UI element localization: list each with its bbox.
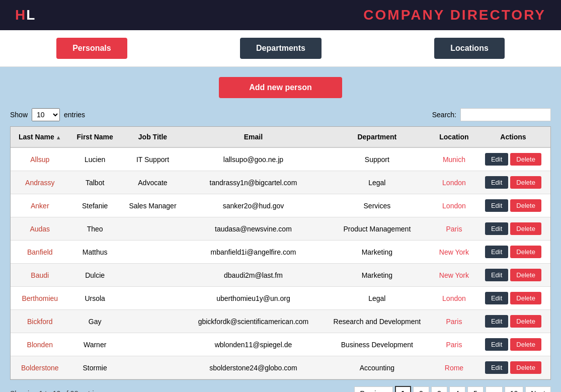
cell-email: uberthomieu1y@un.org <box>185 287 322 310</box>
entries-select[interactable]: 10 25 50 100 <box>32 108 60 121</box>
delete-button[interactable]: Delete <box>510 292 541 304</box>
cell-last-name[interactable]: Audas <box>11 217 69 241</box>
nav-locations[interactable]: Locations <box>434 38 505 59</box>
cell-job-title <box>121 333 185 356</box>
cell-last-name[interactable]: Bolderstone <box>11 356 69 379</box>
delete-button[interactable]: Delete <box>510 315 541 328</box>
delete-button[interactable]: Delete <box>510 199 541 212</box>
cell-first-name: Lucien <box>69 147 121 171</box>
col-department[interactable]: Department <box>322 127 432 147</box>
cell-location: London <box>432 171 476 194</box>
cell-actions: Edit Delete <box>476 147 550 171</box>
cell-last-name[interactable]: Anker <box>11 194 69 217</box>
cell-last-name[interactable]: Baudi <box>11 264 69 287</box>
cell-location: Munich <box>432 147 476 171</box>
previous-page-button[interactable]: Previous <box>354 386 392 392</box>
cell-actions: Edit Delete <box>476 264 550 287</box>
page-10-button[interactable]: 10 <box>505 386 524 392</box>
cell-department: Product Management <box>322 217 432 241</box>
next-page-button[interactable]: Next <box>525 386 551 392</box>
edit-button[interactable]: Edit <box>485 269 508 281</box>
nav-departments[interactable]: Departments <box>240 38 322 59</box>
col-last-name[interactable]: Last Name <box>11 127 69 147</box>
cell-email: sanker2o@hud.gov <box>185 194 322 217</box>
cell-actions: Edit Delete <box>476 171 550 194</box>
cell-job-title <box>121 310 185 333</box>
table-row: Anker Stefanie Sales Manager sanker2o@hu… <box>11 194 550 217</box>
delete-button[interactable]: Delete <box>510 222 541 235</box>
page-5-button[interactable]: 5 <box>467 386 484 392</box>
delete-button[interactable]: Delete <box>510 246 541 258</box>
cell-first-name: Stefanie <box>69 194 121 217</box>
cell-actions: Edit Delete <box>476 287 550 310</box>
search-input[interactable] <box>460 108 551 121</box>
cell-last-name[interactable]: Blonden <box>11 333 69 356</box>
table-row: Bolderstone Stormie sbolderstone24@globo… <box>11 356 550 379</box>
cell-actions: Edit Delete <box>476 356 550 379</box>
table-row: Bickford Gay gbickfordk@scientificameric… <box>11 310 550 333</box>
app-title: COMPANY DIRECTORY <box>363 7 546 23</box>
cell-last-name[interactable]: Allsup <box>11 147 69 171</box>
edit-button[interactable]: Edit <box>485 199 508 212</box>
table-row: Berthomieu Ursola uberthomieu1y@un.org L… <box>11 287 550 310</box>
cell-first-name: Talbot <box>69 171 121 194</box>
cell-department: Services <box>322 194 432 217</box>
cell-first-name: Theo <box>69 217 121 241</box>
delete-button[interactable]: Delete <box>510 269 541 281</box>
edit-button[interactable]: Edit <box>485 338 508 351</box>
cell-email: tandrassy1n@bigcartel.com <box>185 171 322 194</box>
edit-button[interactable]: Edit <box>485 222 508 235</box>
cell-last-name[interactable]: Bickford <box>11 310 69 333</box>
cell-first-name: Warner <box>69 333 121 356</box>
cell-department: Support <box>322 147 432 171</box>
col-email[interactable]: Email <box>185 127 322 147</box>
cell-last-name[interactable]: Banfield <box>11 241 69 264</box>
delete-button[interactable]: Delete <box>510 176 541 189</box>
cell-job-title: Advocate <box>121 171 185 194</box>
cell-first-name: Gay <box>69 310 121 333</box>
delete-button[interactable]: Delete <box>510 361 541 374</box>
col-location[interactable]: Location <box>432 127 476 147</box>
cell-last-name[interactable]: Andrassy <box>11 171 69 194</box>
cell-email: dbaudi2m@last.fm <box>185 264 322 287</box>
cell-email: mbanfield1i@angelfire.com <box>185 241 322 264</box>
cell-job-title: IT Support <box>121 147 185 171</box>
page-ellipsis: ... <box>486 386 503 392</box>
delete-button[interactable]: Delete <box>510 338 541 351</box>
page-2-button[interactable]: 2 <box>413 386 429 392</box>
add-person-button[interactable]: Add new person <box>219 77 342 98</box>
cell-department: Business Development <box>322 333 432 356</box>
pagination: Showing 1 to 10 of 98 entries Previous 1… <box>10 386 551 392</box>
entries-label: entries <box>64 111 85 119</box>
table-row: Blonden Warner wblonden11@spiegel.de Bus… <box>11 333 550 356</box>
col-job-title[interactable]: Job Title <box>121 127 185 147</box>
edit-button[interactable]: Edit <box>485 176 508 189</box>
cell-location: Paris <box>432 217 476 241</box>
cell-location: London <box>432 287 476 310</box>
cell-last-name[interactable]: Berthomieu <box>11 287 69 310</box>
delete-button[interactable]: Delete <box>510 153 541 166</box>
table-controls: Show 10 25 50 100 entries Search: <box>10 108 551 121</box>
edit-button[interactable]: Edit <box>485 361 508 374</box>
cell-email: wblonden11@spiegel.de <box>185 333 322 356</box>
cell-first-name: Dulcie <box>69 264 121 287</box>
show-entries: Show 10 25 50 100 entries <box>10 108 85 121</box>
table-header-row: Last Name First Name Job Title Email Dep… <box>11 127 550 147</box>
edit-button[interactable]: Edit <box>485 315 508 328</box>
nav-personals[interactable]: Personals <box>56 38 127 59</box>
cell-location: Paris <box>432 310 476 333</box>
cell-location: New York <box>432 241 476 264</box>
page-3-button[interactable]: 3 <box>431 386 447 392</box>
edit-button[interactable]: Edit <box>485 246 508 258</box>
page-4-button[interactable]: 4 <box>449 386 465 392</box>
table-row: Banfield Matthus mbanfield1i@angelfire.c… <box>11 241 550 264</box>
cell-job-title <box>121 217 185 241</box>
page-1-button[interactable]: 1 <box>395 386 411 392</box>
table-row: Andrassy Talbot Advocate tandrassy1n@big… <box>11 171 550 194</box>
cell-actions: Edit Delete <box>476 310 550 333</box>
edit-button[interactable]: Edit <box>485 292 508 304</box>
pagination-info: Showing 1 to 10 of 98 entries <box>10 389 101 392</box>
col-first-name[interactable]: First Name <box>69 127 121 147</box>
cell-location: Paris <box>432 333 476 356</box>
edit-button[interactable]: Edit <box>485 153 508 166</box>
